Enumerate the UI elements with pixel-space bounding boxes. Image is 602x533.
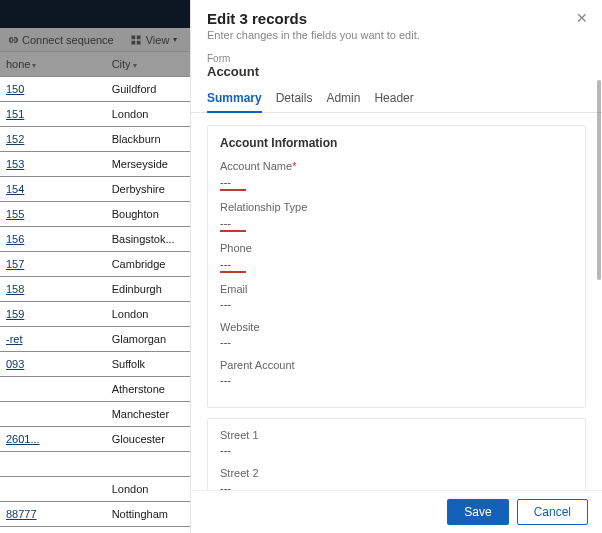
- cell-phone[interactable]: [0, 377, 106, 402]
- field-label: Street 1: [220, 429, 573, 441]
- cell-phone[interactable]: 88777: [0, 502, 106, 527]
- cell-phone[interactable]: 2601...: [0, 427, 106, 452]
- field-value[interactable]: ---: [220, 176, 246, 191]
- tab-details[interactable]: Details: [276, 85, 313, 112]
- tab-summary[interactable]: Summary: [207, 85, 262, 113]
- field-street-1[interactable]: Street 1---: [220, 429, 573, 457]
- cell-phone[interactable]: 153: [0, 152, 106, 177]
- cancel-button[interactable]: Cancel: [517, 499, 588, 525]
- form-label: Form: [191, 47, 602, 64]
- card-address: Street 1---Street 2---City: [207, 418, 586, 490]
- tab-header[interactable]: Header: [374, 85, 413, 112]
- field-label: Street 2: [220, 467, 573, 479]
- cell-phone[interactable]: 150: [0, 77, 106, 102]
- modal-body[interactable]: Account Information Account Name*---Rela…: [191, 113, 602, 490]
- col-phone[interactable]: hone▾: [0, 52, 106, 77]
- field-value[interactable]: ---: [220, 374, 573, 387]
- field-value[interactable]: ---: [220, 217, 246, 232]
- field-account-name[interactable]: Account Name*---: [220, 160, 573, 191]
- field-value[interactable]: ---: [220, 482, 573, 490]
- field-website[interactable]: Website---: [220, 321, 573, 349]
- cell-phone[interactable]: [0, 452, 106, 477]
- card-account-information: Account Information Account Name*---Rela…: [207, 125, 586, 408]
- form-name: Account: [191, 64, 602, 85]
- field-value[interactable]: ---: [220, 444, 573, 457]
- modal-footer: Save Cancel: [191, 490, 602, 533]
- cell-phone[interactable]: [0, 402, 106, 427]
- tabs: SummaryDetailsAdminHeader: [191, 85, 602, 113]
- cell-phone[interactable]: 093: [0, 352, 106, 377]
- field-label: Relationship Type: [220, 201, 573, 213]
- cell-phone[interactable]: 155: [0, 202, 106, 227]
- card-title: Account Information: [220, 136, 573, 150]
- field-parent-account[interactable]: Parent Account---: [220, 359, 573, 387]
- link-icon: [6, 34, 18, 46]
- cell-phone[interactable]: 159: [0, 302, 106, 327]
- field-street-2[interactable]: Street 2---: [220, 467, 573, 490]
- field-label: Parent Account: [220, 359, 573, 371]
- scrollbar-indicator[interactable]: [597, 80, 601, 280]
- toolbar-view[interactable]: View ▾: [130, 34, 178, 46]
- field-value[interactable]: ---: [220, 258, 246, 273]
- field-phone[interactable]: Phone---: [220, 242, 573, 273]
- close-icon: ✕: [576, 10, 588, 26]
- grid-icon: [130, 34, 142, 46]
- chevron-down-icon: ▾: [173, 35, 177, 44]
- field-label: Phone: [220, 242, 573, 254]
- field-value[interactable]: ---: [220, 298, 573, 311]
- cell-phone[interactable]: -ret: [0, 327, 106, 352]
- field-value[interactable]: ---: [220, 336, 573, 349]
- save-button[interactable]: Save: [447, 499, 508, 525]
- cell-phone[interactable]: 152: [0, 127, 106, 152]
- field-label: Email: [220, 283, 573, 295]
- field-email[interactable]: Email---: [220, 283, 573, 311]
- cell-phone[interactable]: 158: [0, 277, 106, 302]
- close-button[interactable]: ✕: [576, 10, 588, 26]
- modal-title: Edit 3 records: [207, 10, 586, 27]
- edit-records-modal: Edit 3 records Enter changes in the fiel…: [190, 0, 602, 533]
- tab-admin[interactable]: Admin: [326, 85, 360, 112]
- cell-phone[interactable]: [0, 477, 106, 502]
- toolbar-connect-sequence[interactable]: Connect sequence: [6, 34, 114, 46]
- cell-phone[interactable]: 156: [0, 227, 106, 252]
- field-label: Account Name*: [220, 160, 573, 172]
- modal-subtitle: Enter changes in the fields you want to …: [207, 29, 586, 41]
- field-relationship-type[interactable]: Relationship Type---: [220, 201, 573, 232]
- modal-header: Edit 3 records Enter changes in the fiel…: [191, 0, 602, 47]
- cell-phone[interactable]: 151: [0, 102, 106, 127]
- cell-phone[interactable]: 157: [0, 252, 106, 277]
- cell-phone[interactable]: 154: [0, 177, 106, 202]
- field-label: Website: [220, 321, 573, 333]
